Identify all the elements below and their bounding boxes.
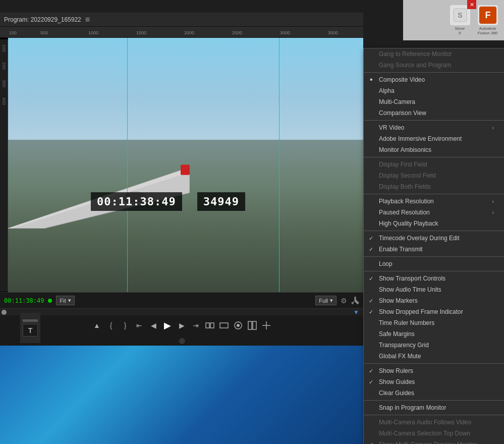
menu-item-label: Adobe Immersive Environment — [379, 135, 462, 142]
menu-item-gang-ref: Gang to Reference Monitor — [364, 48, 504, 60]
menu-item-label: Playback Resolution — [379, 198, 434, 205]
ruler-marks: 100 500 1000 1500 2000 2500 3000 3500 — [0, 27, 363, 37]
menu-item-show-guides[interactable]: Show Guides — [364, 376, 504, 387]
in-point-button[interactable]: ▲ — [91, 320, 102, 331]
timeline-ruler: 100 500 1000 1500 2000 2500 3000 3500 — [0, 27, 363, 38]
menu-item-label: Timecode Overlay During Edit — [379, 235, 460, 242]
svg-point-13 — [237, 324, 240, 327]
menu-item-clear-guides[interactable]: Clear Guides — [364, 387, 504, 399]
menu-item-timecode-overlay[interactable]: Timecode Overlay During Edit — [364, 233, 504, 244]
menu-item-label: VR Video — [379, 124, 404, 131]
menu-item-show-rulers[interactable]: Show Rulers — [364, 365, 504, 376]
menu-item-label: Display First Field — [379, 161, 427, 168]
menu-separator — [364, 157, 504, 157]
menu-item-show-dropped[interactable]: Show Dropped Frame Indicator — [364, 306, 504, 317]
go-to-in-button[interactable]: ⇤ — [134, 320, 145, 331]
menu-item-transparency-grid[interactable]: Transparency Grid — [364, 340, 504, 351]
bottom-tool-panel: T — [20, 313, 40, 343]
ruler-mark-0: 100 — [9, 30, 17, 35]
taskbar-app-icons: S Slicer0 F AutodeskFusion 360 — [403, 0, 504, 40]
menu-item-snap-program[interactable]: Snap in Program Monitor — [364, 402, 504, 413]
svg-text:S: S — [458, 11, 462, 19]
step-back-button[interactable]: ◀ — [148, 320, 159, 331]
svg-text:F: F — [485, 10, 490, 20]
menu-item-comparison-view[interactable]: Comparison View — [364, 107, 504, 119]
menu-item-monitor-ambisonics[interactable]: Monitor Ambisonics — [364, 144, 504, 155]
fusion360-app-icon[interactable]: F AutodeskFusion 360 — [474, 5, 501, 35]
menu-item-loop[interactable]: Loop — [364, 258, 504, 269]
svg-rect-14 — [248, 321, 252, 329]
add-button-row: ⊕ — [0, 336, 363, 346]
menu-item-time-ruler-numbers[interactable]: Time Ruler Numbers — [364, 317, 504, 328]
timecode-current[interactable]: 00:11:38:49 — [4, 297, 44, 304]
control-bar: 00:11:38:49 Fit ▾ Full ▾ ⚙ — [0, 292, 363, 308]
menu-item-show-markers[interactable]: Show Markers — [364, 295, 504, 306]
menu-item-composite-video[interactable]: Composite Video — [364, 74, 504, 85]
submenu-arrow-icon: › — [492, 199, 494, 204]
svg-rect-10 — [210, 323, 214, 328]
slicer-app-icon[interactable]: S Slicer0 — [446, 5, 474, 35]
menu-item-playback-res[interactable]: Playback Resolution› — [364, 196, 504, 207]
menu-item-label: Transparency Grid — [379, 342, 429, 349]
menu-item-global-fx-mute[interactable]: Global FX Mute — [364, 351, 504, 362]
svg-rect-15 — [253, 321, 256, 329]
menu-item-alpha[interactable]: Alpha — [364, 85, 504, 96]
menu-item-hq-playback[interactable]: High Quality Playback — [364, 218, 504, 229]
menu-item-show-transport[interactable]: Show Transport Controls — [364, 273, 504, 284]
trim-button[interactable] — [261, 320, 272, 331]
sky-bg — [8, 38, 363, 140]
go-to-out-button[interactable]: ⇥ — [190, 320, 201, 331]
playhead-line-right — [279, 38, 279, 292]
menu-separator — [364, 400, 504, 401]
menu-separator — [364, 72, 504, 73]
menu-item-multi-camera[interactable]: Multi-Camera — [364, 96, 504, 107]
menu-separator — [364, 415, 504, 415]
status-dot — [48, 299, 52, 303]
timecode-primary: 00:11:38:49 — [91, 192, 182, 211]
menu-item-label: Snap in Program Monitor — [379, 404, 446, 411]
ruler-mark-3: 1500 — [136, 30, 146, 35]
menu-item-label: Safe Margins — [379, 330, 415, 338]
menu-item-paused-res[interactable]: Paused Resolution› — [364, 207, 504, 218]
context-menu: Gang to Reference MonitorGang Source and… — [363, 48, 504, 444]
scrub-bar[interactable]: ▼ — [0, 308, 363, 315]
premiere-panel: Program: 20220929_165922 ≡ 100 500 1000 … — [0, 13, 363, 346]
desktop-landscape — [0, 343, 363, 444]
overwrite-button[interactable] — [218, 320, 230, 331]
menu-item-show-audio-time[interactable]: Show Audio Time Units — [364, 284, 504, 295]
menu-item-label: Show Multi-Camera Preview Monitor — [379, 441, 477, 444]
ruler-mark-7: 3500 — [328, 30, 338, 35]
video-preview-area: 00:11:38:49 34949 — [0, 38, 363, 292]
menu-item-label: Gang to Reference Monitor — [379, 50, 452, 58]
insert-button[interactable] — [204, 320, 215, 331]
left-ruler: 100 200 300 400 — [0, 39, 8, 292]
menu-item-enable-transmit[interactable]: Enable Transmit — [364, 244, 504, 255]
menu-item-label: Show Dropped Frame Indicator — [379, 308, 463, 315]
quality-dropdown[interactable]: Full ▾ — [315, 296, 337, 305]
airplane-wing — [8, 127, 190, 229]
mark-in-button[interactable]: { — [105, 320, 117, 331]
settings-icon[interactable]: ⚙ — [341, 297, 347, 305]
compare-button[interactable] — [247, 320, 258, 331]
fit-dropdown[interactable]: Fit ▾ — [56, 296, 74, 305]
panel-menu-button[interactable]: ≡ — [85, 15, 90, 24]
submenu-arrow-icon: › — [492, 125, 494, 131]
menu-separator — [364, 120, 504, 121]
export-frame-button[interactable] — [233, 320, 244, 331]
menu-item-label: Time Ruler Numbers — [379, 319, 434, 326]
step-forward-button[interactable]: ▶ — [176, 320, 187, 331]
menu-item-adobe-immersive[interactable]: Adobe Immersive Environment — [364, 133, 504, 144]
mark-out-button[interactable]: } — [120, 320, 131, 331]
play-button[interactable]: ▶ — [162, 320, 173, 331]
wrench-icon[interactable] — [351, 297, 359, 305]
menu-item-show-multicam-preview: Show Multi-Camera Preview Monitor — [364, 439, 504, 444]
menu-item-label: Clear Guides — [379, 390, 414, 397]
add-icon[interactable]: ⊕ — [179, 336, 185, 346]
menu-item-label: Show Guides — [379, 378, 415, 385]
menu-item-vr-video[interactable]: VR Video› — [364, 122, 504, 133]
menu-item-safe-margins[interactable]: Safe Margins — [364, 328, 504, 340]
text-tool-button[interactable]: T — [23, 324, 38, 337]
panel-title: Program: 20220929_165922 — [4, 16, 81, 23]
menu-item-label: Multi-Camera — [379, 98, 415, 105]
app-close-button[interactable]: ✕ — [467, 0, 476, 9]
